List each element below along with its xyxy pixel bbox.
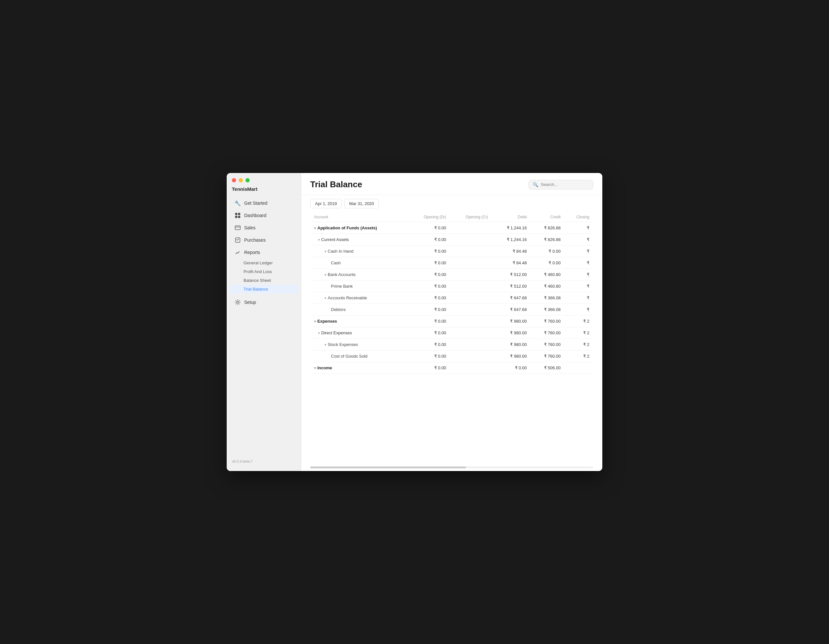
sidebar: TennisMart 🔧 Get Started Dashboard <box>227 173 301 471</box>
trial-balance-table-container: Account Opening (Dr) Opening (Cr) Debit … <box>301 212 602 464</box>
sidebar-item-profit-and-loss[interactable]: Profit And Loss <box>229 267 298 276</box>
svg-rect-1 <box>238 213 240 215</box>
sidebar-item-purchases[interactable]: Purchases <box>229 234 298 246</box>
horizontal-scrollbar[interactable] <box>310 466 593 469</box>
table-row[interactable]: Prime Bank ₹ 0.00 ₹ 512.00 ₹ 460.80 ₹ <box>310 281 593 292</box>
wrench-icon: 🔧 <box>235 200 241 206</box>
cell-closing: ₹ <box>564 281 593 292</box>
app-window: TennisMart 🔧 Get Started Dashboard <box>227 173 602 471</box>
cell-opening-dr: ₹ 0.00 <box>408 304 450 316</box>
cell-account: ▾Current Assets <box>310 234 408 246</box>
cell-credit: ₹ 506.00 <box>531 362 564 374</box>
svg-rect-4 <box>235 226 240 230</box>
cell-credit: ₹ 0.00 <box>531 257 564 269</box>
cell-credit: ₹ 760.00 <box>531 339 564 350</box>
table-row[interactable]: ▾Application of Funds (Assets) ₹ 0.00 ₹ … <box>310 222 593 234</box>
maximize-dot[interactable] <box>246 178 250 182</box>
cell-debit: ₹ 84.48 <box>492 257 531 269</box>
date-from-button[interactable]: Apr 1, 2019 <box>310 199 342 208</box>
sidebar-item-sales[interactable]: Sales <box>229 222 298 234</box>
nav-label: Dashboard <box>244 213 266 218</box>
cell-opening-dr: ₹ 0.00 <box>408 269 450 281</box>
chevron-icon: ▾ <box>325 273 326 277</box>
table-row[interactable]: ▾Expenses ₹ 0.00 ₹ 980.00 ₹ 760.00 ₹ 2 <box>310 316 593 327</box>
cell-debit: ₹ 1,244.16 <box>492 222 531 234</box>
cell-account: Cash <box>310 257 408 269</box>
cell-account: ▾Application of Funds (Assets) <box>310 222 408 234</box>
cell-closing: ₹ 2 <box>564 339 593 350</box>
sidebar-item-general-ledger[interactable]: General Ledger <box>229 259 298 267</box>
cell-closing: ₹ <box>564 304 593 316</box>
scrollbar-thumb <box>310 466 466 469</box>
svg-rect-0 <box>235 213 237 215</box>
chevron-icon: ▾ <box>325 296 326 300</box>
table-row[interactable]: Cost of Goods Sold ₹ 0.00 ₹ 980.00 ₹ 760… <box>310 350 593 362</box>
cell-closing: ₹ <box>564 222 593 234</box>
table-row[interactable]: ▾Direct Expenses ₹ 0.00 ₹ 980.00 ₹ 760.0… <box>310 327 593 339</box>
cell-debit: ₹ 84.48 <box>492 246 531 257</box>
cell-debit: ₹ 512.00 <box>492 269 531 281</box>
table-row[interactable]: ▾Income ₹ 0.00 ₹ 0.00 ₹ 506.00 <box>310 362 593 374</box>
cell-debit: ₹ 647.68 <box>492 304 531 316</box>
sidebar-item-get-started[interactable]: 🔧 Get Started <box>229 197 298 209</box>
sidebar-item-trial-balance[interactable]: Trial Balance <box>229 285 298 294</box>
cell-opening-cr <box>450 350 492 362</box>
date-filters: Apr 1, 2019 Mar 31, 2020 <box>301 195 602 212</box>
cell-closing: ₹ 2 <box>564 350 593 362</box>
cell-opening-dr: ₹ 0.00 <box>408 316 450 327</box>
date-to-button[interactable]: Mar 31, 2020 <box>344 199 379 208</box>
cell-opening-dr: ₹ 0.00 <box>408 292 450 304</box>
svg-rect-2 <box>235 216 237 218</box>
cell-opening-cr <box>450 339 492 350</box>
cell-account: Prime Bank <box>310 281 408 292</box>
svg-point-6 <box>237 301 239 303</box>
close-dot[interactable] <box>232 178 236 182</box>
cell-account: ▾Expenses <box>310 316 408 327</box>
search-icon: 🔍 <box>533 182 538 187</box>
search-bar[interactable]: 🔍 <box>528 180 593 189</box>
sidebar-item-reports[interactable]: Reports <box>229 246 298 259</box>
main-content: Trial Balance 🔍 Apr 1, 2019 Mar 31, 2020… <box>301 173 602 471</box>
cell-closing: ₹ <box>564 292 593 304</box>
sidebar-item-dashboard[interactable]: Dashboard <box>229 209 298 222</box>
cell-opening-dr: ₹ 0.00 <box>408 281 450 292</box>
table-header-row: Account Opening (Dr) Opening (Cr) Debit … <box>310 212 593 222</box>
col-opening-cr: Opening (Cr) <box>450 212 492 222</box>
cell-closing <box>564 362 593 374</box>
cell-opening-dr: ₹ 0.00 <box>408 222 450 234</box>
cell-credit: ₹ 366.08 <box>531 292 564 304</box>
cell-closing: ₹ 2 <box>564 327 593 339</box>
nav-label: Setup <box>244 300 256 305</box>
cell-opening-dr: ₹ 0.00 <box>408 246 450 257</box>
cell-account: Cost of Goods Sold <box>310 350 408 362</box>
sidebar-item-balance-sheet[interactable]: Balance Sheet <box>229 276 298 285</box>
cell-account: Debtors <box>310 304 408 316</box>
cell-debit: ₹ 1,244.16 <box>492 234 531 246</box>
table-row[interactable]: ▾Accounts Receivable ₹ 0.00 ₹ 647.68 ₹ 3… <box>310 292 593 304</box>
chevron-icon: ▾ <box>318 238 320 242</box>
chevron-icon: ▾ <box>314 319 316 323</box>
table-row[interactable]: ▾Cash In Hand ₹ 0.00 ₹ 84.48 ₹ 0.00 ₹ <box>310 246 593 257</box>
cell-account: ▾Accounts Receivable <box>310 292 408 304</box>
table-row[interactable]: ▾Stock Expenses ₹ 0.00 ₹ 980.00 ₹ 760.00… <box>310 339 593 350</box>
cell-credit: ₹ 760.00 <box>531 350 564 362</box>
nav-label: Get Started <box>244 200 268 206</box>
table-row[interactable]: ▾Bank Accounts ₹ 0.00 ₹ 512.00 ₹ 460.80 … <box>310 269 593 281</box>
cell-closing: ₹ <box>564 257 593 269</box>
chevron-icon: ▾ <box>325 343 326 347</box>
window-controls <box>227 173 301 186</box>
sidebar-item-setup[interactable]: Setup <box>229 296 298 308</box>
table-row[interactable]: ▾Current Assets ₹ 0.00 ₹ 1,244.16 ₹ 826.… <box>310 234 593 246</box>
search-input[interactable] <box>541 182 589 187</box>
chevron-icon: ▾ <box>325 249 326 253</box>
cell-opening-cr <box>450 292 492 304</box>
minimize-dot[interactable] <box>239 178 243 182</box>
table-row[interactable]: Cash ₹ 0.00 ₹ 84.48 ₹ 0.00 ₹ <box>310 257 593 269</box>
cell-debit: ₹ 647.68 <box>492 292 531 304</box>
page-title: Trial Balance <box>310 180 362 189</box>
table-row[interactable]: Debtors ₹ 0.00 ₹ 647.68 ₹ 366.08 ₹ <box>310 304 593 316</box>
cell-opening-dr: ₹ 0.00 <box>408 362 450 374</box>
cell-opening-dr: ₹ 0.00 <box>408 350 450 362</box>
cell-opening-cr <box>450 222 492 234</box>
cell-debit: ₹ 512.00 <box>492 281 531 292</box>
